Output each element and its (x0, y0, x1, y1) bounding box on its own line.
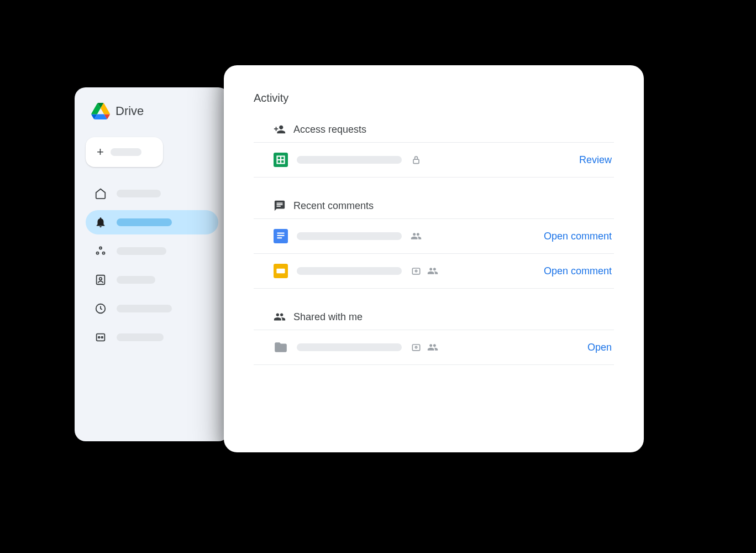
svg-point-20 (415, 346, 417, 348)
sidebar-item-activity[interactable] (86, 210, 218, 234)
docs-icon (274, 229, 288, 243)
section-shared-with-me: Shared with me Open (254, 311, 614, 365)
comment-icon (274, 200, 286, 212)
file-name-placeholder (297, 267, 402, 275)
shared-icon (95, 245, 107, 257)
row-meta-icons (411, 154, 422, 165)
people-icon (274, 311, 286, 323)
drive-title: Drive (116, 104, 144, 118)
sidebar-item-recent[interactable] (86, 296, 218, 321)
activity-title: Activity (254, 92, 614, 105)
person-add-icon (274, 123, 286, 135)
section-title: Access requests (293, 124, 366, 135)
plus-icon: + (97, 146, 104, 158)
section-header: Shared with me (254, 311, 614, 330)
folder-icon (274, 340, 288, 354)
open-comment-link[interactable]: Open comment (544, 231, 614, 242)
svg-point-1 (96, 252, 98, 254)
new-button[interactable]: + (86, 137, 163, 167)
bell-icon (95, 216, 107, 228)
group-icon (427, 265, 438, 276)
section-title: Shared with me (293, 311, 363, 323)
svg-point-7 (98, 337, 100, 338)
badge-icon (411, 342, 422, 353)
activity-panel: Activity Access requests Review Re (224, 65, 644, 452)
activity-row[interactable]: Open comment (254, 219, 614, 254)
drive-sidebar: Drive + (75, 87, 229, 441)
row-meta-icons (411, 342, 438, 353)
file-name-placeholder (297, 156, 402, 164)
svg-rect-6 (97, 334, 105, 341)
new-button-label-placeholder (111, 148, 141, 156)
sidebar-nav (86, 181, 218, 349)
open-comment-link[interactable]: Open comment (544, 265, 614, 277)
section-title: Recent comments (293, 200, 374, 212)
svg-rect-12 (413, 159, 419, 164)
sheets-icon (274, 153, 288, 167)
group-icon (427, 342, 438, 353)
section-header: Access requests (254, 123, 614, 143)
clock-icon (95, 302, 107, 315)
row-meta-icons (411, 265, 438, 276)
open-link[interactable]: Open (587, 342, 614, 353)
nav-label-placeholder (117, 247, 166, 255)
svg-rect-15 (277, 237, 282, 238)
section-recent-comments: Recent comments Open comment Open comme (254, 200, 614, 289)
file-name-placeholder (297, 343, 402, 351)
sidebar-item-drive[interactable] (86, 325, 218, 349)
svg-rect-13 (277, 233, 285, 234)
lock-icon (411, 154, 422, 165)
svg-rect-17 (412, 268, 419, 274)
section-header: Recent comments (254, 200, 614, 219)
activity-row[interactable]: Open comment (254, 254, 614, 289)
svg-point-18 (415, 270, 417, 272)
review-link[interactable]: Review (579, 154, 614, 166)
group-icon (411, 231, 422, 242)
nav-label-placeholder (117, 305, 172, 312)
drive-nav-icon (95, 331, 107, 343)
drive-logo-icon (91, 103, 110, 119)
activity-row[interactable]: Open (254, 330, 614, 365)
row-meta-icons (411, 231, 422, 242)
nav-label-placeholder (117, 333, 164, 341)
svg-point-4 (99, 278, 102, 280)
nav-label-placeholder (117, 276, 155, 284)
svg-point-2 (102, 252, 104, 254)
activity-row[interactable]: Review (254, 143, 614, 178)
svg-point-0 (99, 247, 102, 249)
contact-icon (95, 274, 107, 286)
sidebar-item-shared[interactable] (86, 239, 218, 263)
nav-label-placeholder (117, 218, 172, 226)
sidebar-item-contacts[interactable] (86, 268, 218, 292)
svg-rect-19 (412, 345, 419, 351)
sidebar-header: Drive (86, 103, 218, 119)
section-access-requests: Access requests Review (254, 123, 614, 178)
svg-rect-16 (276, 269, 285, 274)
home-icon (95, 187, 107, 200)
nav-label-placeholder (117, 190, 161, 197)
svg-point-8 (101, 337, 103, 338)
sidebar-item-home[interactable] (86, 181, 218, 206)
slides-icon (274, 264, 288, 278)
file-name-placeholder (297, 232, 402, 240)
badge-icon (411, 265, 422, 276)
svg-rect-14 (277, 235, 285, 236)
